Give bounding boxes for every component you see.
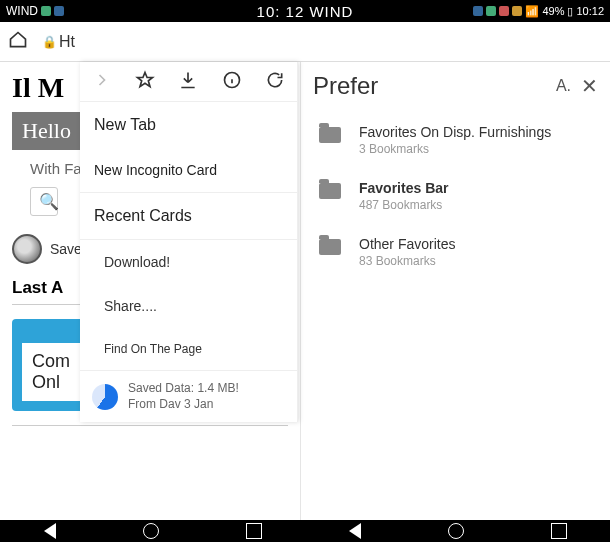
status-bar: WIND 10: 12 WIND 📶 49% ▯ 10:12 bbox=[0, 0, 610, 22]
close-icon[interactable]: ✕ bbox=[581, 74, 598, 98]
menu-incognito[interactable]: New Incognito Card bbox=[80, 148, 297, 192]
hello-banner: Hello bbox=[12, 112, 81, 150]
battery-icon: ▯ bbox=[567, 5, 573, 18]
menu-recent-cards[interactable]: Recent Cards bbox=[80, 193, 297, 239]
bookmark-star-icon[interactable] bbox=[135, 70, 155, 94]
text-size-icon[interactable]: A. bbox=[556, 77, 571, 95]
menu-new-tab[interactable]: New Tab bbox=[80, 102, 297, 148]
bookmarks-panel: Prefer A. ✕ Favorites On Disp. Furnishin… bbox=[300, 62, 610, 520]
status-icon bbox=[473, 6, 483, 16]
download-icon[interactable] bbox=[178, 70, 198, 94]
folder-name: Other Favorites bbox=[359, 236, 455, 252]
folder-count: 487 Bookmarks bbox=[359, 198, 448, 212]
battery-label: 49% bbox=[542, 5, 564, 17]
overflow-menu: New Tab New Incognito Card Recent Cards … bbox=[80, 62, 298, 422]
data-saver-row[interactable]: Saved Data: 1.4 MB! From Dav 3 Jan bbox=[80, 370, 297, 422]
nav-back-icon[interactable] bbox=[44, 523, 56, 539]
carrier-label: WIND bbox=[6, 4, 38, 18]
menu-find-on-page[interactable]: Find On The Page bbox=[80, 328, 297, 370]
nav-back-icon[interactable] bbox=[349, 523, 361, 539]
forward-icon[interactable] bbox=[92, 70, 112, 94]
folder-count: 3 Bookmarks bbox=[359, 142, 551, 156]
status-icon bbox=[54, 6, 64, 16]
menu-download[interactable]: Download! bbox=[80, 240, 297, 284]
home-icon[interactable] bbox=[8, 30, 28, 54]
data-saver-icon bbox=[92, 384, 118, 410]
status-icon bbox=[486, 6, 496, 16]
folder-icon bbox=[319, 239, 341, 255]
avatar bbox=[12, 234, 42, 264]
data-saved-since: From Dav 3 Jan bbox=[128, 397, 239, 413]
nav-bar bbox=[0, 520, 610, 542]
folder-name: Favorites Bar bbox=[359, 180, 448, 196]
nav-recents-icon[interactable] bbox=[551, 523, 567, 539]
status-icon bbox=[41, 6, 51, 16]
panel-title: Prefer bbox=[313, 72, 546, 100]
search-button[interactable]: 🔍 bbox=[30, 187, 58, 216]
nav-home-icon[interactable] bbox=[143, 523, 159, 539]
status-icon bbox=[499, 6, 509, 16]
lock-icon: 🔒 bbox=[42, 35, 57, 49]
folder-row[interactable]: Favorites Bar 487 Bookmarks bbox=[301, 170, 610, 226]
folder-row[interactable]: Other Favorites 83 Bookmarks bbox=[301, 226, 610, 282]
info-icon[interactable] bbox=[222, 70, 242, 94]
divider bbox=[12, 425, 288, 426]
folder-count: 83 Bookmarks bbox=[359, 254, 455, 268]
url-text: Ht bbox=[59, 33, 75, 51]
status-icon bbox=[512, 6, 522, 16]
folder-icon bbox=[319, 127, 341, 143]
wifi-icon: 📶 bbox=[525, 5, 539, 18]
browser-toolbar: 🔒 Ht bbox=[0, 22, 610, 62]
address-bar[interactable]: 🔒 Ht bbox=[42, 33, 75, 51]
menu-share[interactable]: Share.... bbox=[80, 284, 297, 328]
clock-right: 10:12 bbox=[576, 5, 604, 17]
nav-home-icon[interactable] bbox=[448, 523, 464, 539]
folder-name: Favorites On Disp. Furnishings bbox=[359, 124, 551, 140]
nav-recents-icon[interactable] bbox=[246, 523, 262, 539]
card-text-2: Onl bbox=[32, 372, 60, 392]
folder-row[interactable]: Favorites On Disp. Furnishings 3 Bookmar… bbox=[301, 114, 610, 170]
site-logo: Il M bbox=[12, 72, 64, 104]
status-center-clock: 10: 12 WIND bbox=[257, 3, 354, 20]
card-text-1: Com bbox=[32, 351, 70, 371]
data-saved-amount: Saved Data: 1.4 MB! bbox=[128, 381, 239, 397]
folder-icon bbox=[319, 183, 341, 199]
reload-icon[interactable] bbox=[265, 70, 285, 94]
